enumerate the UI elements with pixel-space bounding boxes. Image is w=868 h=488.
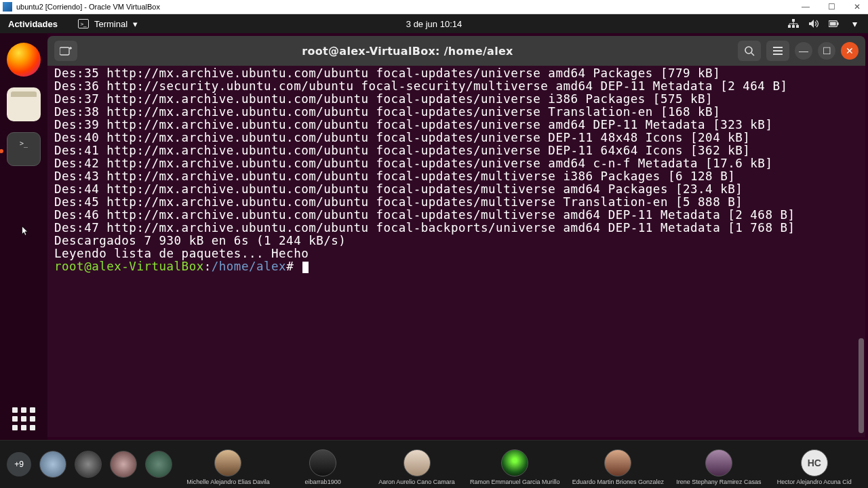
svg-point-8 — [745, 47, 752, 54]
terminal-icon: >_ — [78, 19, 89, 28]
network-icon — [788, 18, 799, 29]
gnome-top-bar: Actividades >_ Terminal ▾ 3 de jun 10:14… — [0, 14, 868, 33]
avatar[interactable] — [145, 451, 172, 478]
participant-name: Eduardo Martin Briones Gonzalez — [572, 479, 664, 485]
participant[interactable]: eibarrab1900 — [282, 449, 363, 485]
clock[interactable]: 3 de jun 10:14 — [406, 19, 462, 29]
battery-icon — [829, 18, 840, 29]
participant[interactable]: Irene Stephany Ramirez Casas — [676, 449, 761, 485]
host-window-title: ubuntu2 [Corriendo] - Oracle VM VirtualB… — [16, 3, 800, 11]
avatar — [214, 449, 241, 476]
scrollbar-thumb[interactable] — [859, 338, 864, 433]
avatar — [501, 449, 528, 476]
search-button[interactable] — [738, 41, 761, 61]
window-maximize-button[interactable]: ☐ — [818, 42, 835, 60]
prompt-path: /home/alex — [212, 260, 286, 273]
window-minimize-button[interactable]: — — [795, 42, 812, 60]
virtualbox-icon — [3, 2, 12, 12]
terminal-scrollbar[interactable] — [857, 66, 864, 433]
prompt-suffix: # — [286, 260, 294, 273]
volume-icon — [808, 18, 819, 29]
participant-name: Hector Alejandro Acuna Cid — [777, 479, 852, 485]
prompt-user: root@alex-VirtualBox — [54, 260, 204, 273]
svg-rect-5 — [837, 22, 839, 25]
app-menu-terminal[interactable]: >_ Terminal ▾ — [78, 19, 138, 29]
named-participants: Michelle Alejandro Elias Davila eibarrab… — [180, 441, 861, 488]
avatar — [403, 449, 431, 476]
avatar — [309, 449, 336, 476]
participant-name: Irene Stephany Ramirez Casas — [676, 479, 761, 485]
terminal-window: root@alex-VirtualBox: /home/alex — ☐ ✕ D… — [47, 36, 865, 437]
window-close-button[interactable]: ✕ — [841, 42, 859, 60]
dock-terminal[interactable]: >_ — [7, 132, 41, 166]
terminal-titlebar: root@alex-VirtualBox: /home/alex — ☐ ✕ — [47, 36, 865, 66]
terminal-output[interactable]: Des:35 http://mx.archive.ubuntu.com/ubun… — [47, 66, 865, 437]
new-tab-button[interactable] — [54, 41, 77, 61]
participant[interactable]: HCHector Alejandro Acuna Cid — [774, 449, 855, 485]
participant[interactable]: Ramon Emmanuel Garcia Murillo — [470, 449, 560, 485]
dock-files[interactable] — [7, 87, 41, 121]
participant-name: Ramon Emmanuel Garcia Murillo — [470, 479, 560, 485]
svg-rect-3 — [796, 25, 799, 28]
meeting-participants-bar: +9 Michelle Alejandro Elias Davila eibar… — [0, 440, 868, 488]
participant-name: Aaron Aurelio Cano Camara — [378, 479, 455, 485]
host-maximize-button[interactable]: ☐ — [826, 1, 837, 12]
participant-name: Michelle Alejandro Elias Davila — [186, 479, 270, 485]
chevron-down-icon: ▾ — [133, 19, 138, 29]
participant[interactable]: Aaron Aurelio Cano Camara — [376, 449, 458, 485]
avatar — [705, 449, 732, 476]
svg-rect-1 — [788, 25, 791, 28]
show-applications-button[interactable] — [12, 407, 35, 430]
svg-rect-2 — [792, 25, 795, 28]
svg-rect-6 — [830, 22, 836, 25]
avatar[interactable] — [39, 451, 66, 478]
overflow-participants-badge[interactable]: +9 — [7, 452, 31, 476]
participant[interactable]: Eduardo Martin Briones Gonzalez — [572, 449, 664, 485]
avatar — [604, 449, 631, 476]
host-window-controls: — ☐ ✕ — [800, 1, 865, 12]
host-titlebar: ubuntu2 [Corriendo] - Oracle VM VirtualB… — [0, 0, 868, 14]
terminal-cursor — [302, 262, 309, 273]
guest-screen: Actividades >_ Terminal ▾ 3 de jun 10:14… — [0, 14, 868, 440]
participant[interactable]: Michelle Alejandro Elias Davila — [186, 449, 270, 485]
svg-rect-0 — [792, 19, 795, 22]
system-tray[interactable]: ▾ — [788, 18, 860, 29]
hamburger-menu-button[interactable] — [766, 41, 789, 61]
svg-rect-7 — [60, 47, 69, 55]
chevron-down-icon: ▾ — [849, 18, 860, 29]
avatar-initials: HC — [801, 449, 828, 476]
avatar[interactable] — [110, 451, 137, 478]
host-minimize-button[interactable]: — — [800, 1, 811, 12]
dock-firefox[interactable] — [7, 43, 41, 77]
activities-button[interactable]: Actividades — [8, 19, 58, 29]
participant-name: eibarrab1900 — [305, 479, 341, 485]
dock: >_ — [0, 33, 47, 440]
avatar[interactable] — [75, 451, 102, 478]
app-menu-label: Terminal — [94, 19, 127, 29]
terminal-title: root@alex-VirtualBox: /home/alex — [83, 45, 732, 58]
host-close-button[interactable]: ✕ — [852, 1, 863, 12]
